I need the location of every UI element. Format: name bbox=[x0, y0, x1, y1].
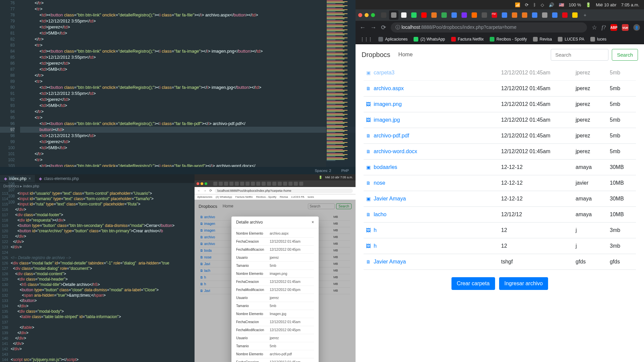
file-name-link[interactable]: 🖼h bbox=[366, 243, 501, 249]
file-name-link[interactable]: ▣carpeta3 bbox=[366, 70, 501, 76]
bookmark-item[interactable]: Recibos - Spotify bbox=[490, 37, 527, 42]
editor-status-bar: Spaces: 2 PHP bbox=[0, 167, 356, 174]
forward-icon[interactable]: → bbox=[203, 189, 207, 192]
folder-icon: ▣ bbox=[366, 165, 371, 170]
file-name-link[interactable]: 🗎nose bbox=[366, 180, 501, 186]
browser-tab-active[interactable] bbox=[389, 10, 398, 20]
browser-tab[interactable] bbox=[570, 10, 580, 20]
browser-tab[interactable] bbox=[550, 10, 559, 20]
file-row: 🗎Javier Amayatshgfgfdsgfds bbox=[364, 254, 636, 270]
modal-body: Nombre Elementoarchivo.aspxFechaCreacion… bbox=[231, 228, 319, 362]
close-icon[interactable]: × bbox=[312, 220, 314, 225]
mini-bookmarks: Aplicaciones(2) WhatsAppFactura NetflixR… bbox=[195, 194, 356, 200]
file-row: 🖼h12j3mb bbox=[364, 238, 636, 254]
file-row: ▣carpeta312/12/2012 01:45amjperez5mb bbox=[364, 65, 636, 81]
avatar-icon[interactable]: 👤 bbox=[633, 24, 640, 31]
file-icon: 🗎 bbox=[366, 259, 371, 264]
apps-icon[interactable]: ⋮⋮⋮ bbox=[360, 37, 372, 42]
bookmark-item[interactable]: Revisa bbox=[533, 37, 552, 42]
file-name-link[interactable]: 🗎lacho bbox=[366, 212, 501, 218]
minimap[interactable] bbox=[326, 0, 356, 174]
breadcrumb[interactable]: Dropbocs ▸ index.php bbox=[0, 183, 195, 189]
file-name-link[interactable]: ▣Javier Amaya bbox=[366, 196, 501, 202]
mini-mac-menubar: 🔋Mié 10 abr 7:05 a.m. bbox=[195, 174, 356, 180]
app-navbar: Dropbocs Home Search bbox=[356, 44, 644, 65]
search-input[interactable] bbox=[551, 49, 608, 61]
url-input[interactable]: ⓘ localhost:8888/Poo/dropbocs/index.php?… bbox=[391, 22, 587, 33]
ext-icon[interactable]: vue bbox=[622, 24, 629, 31]
editor-tab[interactable]: ◆ class-elemento.php bbox=[35, 175, 83, 182]
nav-home[interactable]: Home bbox=[398, 52, 413, 58]
app-brand[interactable]: Dropbocs bbox=[362, 51, 390, 59]
browser-tab[interactable] bbox=[500, 10, 509, 20]
mini-url[interactable]: localhost:8888/Poo/dropbocs/index.php?ca… bbox=[215, 188, 353, 193]
file-date: 12-12-12 bbox=[501, 196, 576, 202]
file-date: 12/12/2012 01:45am bbox=[501, 101, 576, 107]
file-name-link[interactable]: 🗎archivo.aspx bbox=[366, 85, 501, 92]
bookmark-item[interactable]: Factura Netflix bbox=[451, 37, 484, 42]
file-name-link[interactable]: 🖼h bbox=[366, 227, 501, 233]
time-text: 7:05 a.m. bbox=[621, 2, 639, 7]
code-body[interactable]: 113 <input id="usuario" type="text" clas… bbox=[0, 189, 195, 362]
browser-tab[interactable] bbox=[510, 10, 519, 20]
file-name-link[interactable]: 🗎archivo-word.docx bbox=[366, 148, 501, 155]
mini-address-bar[interactable]: ← → ⟳ localhost:8888/Poo/dropbocs/index.… bbox=[195, 187, 356, 194]
volume-icon: 🔊 bbox=[549, 2, 554, 7]
bookmark-item[interactable]: luces bbox=[590, 37, 606, 42]
file-name-link[interactable]: 🗎archivo-pdf.pdf bbox=[366, 133, 501, 139]
code-body[interactable]: </tr> <tr> <td><button class="btn btn-li… bbox=[18, 0, 356, 174]
browser-tab[interactable] bbox=[480, 10, 489, 20]
browser-tab[interactable] bbox=[460, 10, 469, 20]
file-size: 5mb bbox=[610, 133, 634, 139]
browser-tab[interactable] bbox=[520, 10, 529, 20]
file-name-link[interactable]: 🖼imagen.jpg bbox=[366, 117, 501, 123]
browser-tab[interactable] bbox=[419, 10, 429, 20]
search-button[interactable]: Search bbox=[612, 49, 638, 61]
browser-tab[interactable] bbox=[449, 10, 459, 20]
browser-tab[interactable] bbox=[470, 10, 479, 20]
browser-tab[interactable] bbox=[439, 10, 449, 20]
file-size: 5mb bbox=[610, 85, 634, 92]
file-date: 12 bbox=[501, 227, 576, 233]
file-user: javier bbox=[576, 180, 610, 186]
new-tab-button[interactable]: + bbox=[580, 10, 590, 20]
status-spaces[interactable]: Spaces: 2 bbox=[315, 169, 331, 173]
file-row: 🖼imagen.jpg12/12/2012 01:45amjperez5mb bbox=[364, 112, 636, 128]
browser-tab[interactable] bbox=[379, 10, 388, 20]
status-lang[interactable]: PHP bbox=[341, 169, 349, 173]
bookmark-item[interactable]: Aplicaciones bbox=[378, 37, 408, 42]
back-icon[interactable]: ← bbox=[360, 24, 366, 31]
modal-title: Detalle archivo bbox=[236, 220, 263, 225]
crear-carpeta-button[interactable]: Crear carpeta bbox=[451, 277, 495, 290]
bookmark-item[interactable]: (2) WhatsApp bbox=[414, 37, 445, 42]
browser-tab[interactable] bbox=[429, 10, 439, 20]
browser-tab[interactable] bbox=[560, 10, 570, 20]
star-icon[interactable]: ☆ bbox=[592, 24, 597, 31]
folder-icon: ▣ bbox=[366, 70, 371, 75]
file-date: 12/12/12 bbox=[501, 212, 576, 218]
file-user: jperez bbox=[576, 70, 610, 76]
window-controls[interactable] bbox=[358, 13, 375, 17]
browser-tab[interactable]: FM bbox=[490, 10, 499, 20]
reload-icon[interactable]: ⟳ bbox=[209, 189, 212, 192]
file-size: 3mb bbox=[610, 243, 634, 249]
file-row: ▣Javier Amaya12-12-12amaya30MB bbox=[364, 191, 636, 207]
browser-tab[interactable] bbox=[530, 10, 539, 20]
ext-icon[interactable]: f? bbox=[602, 24, 606, 31]
battery-icon: 🔋 bbox=[586, 2, 591, 7]
abp-ext-icon[interactable]: ABP bbox=[610, 24, 617, 31]
forward-icon[interactable]: → bbox=[370, 24, 376, 31]
browser-tab[interactable] bbox=[399, 10, 409, 20]
file-date: 12/12/2012 01:45am bbox=[501, 133, 576, 139]
file-name-link[interactable]: ▣bodaarles bbox=[366, 164, 501, 170]
browser-tab[interactable] bbox=[409, 10, 419, 20]
file-name-link[interactable]: 🖼imagen.png bbox=[366, 101, 501, 107]
bluetooth-icon: ᛒ bbox=[533, 2, 536, 7]
file-name-link[interactable]: 🗎Javier Amaya bbox=[366, 259, 501, 265]
reload-icon[interactable]: ⟳ bbox=[381, 24, 386, 31]
bookmark-item[interactable]: LUCES PA bbox=[558, 37, 584, 42]
ingresar-archivo-button[interactable]: Ingresar archivo bbox=[499, 277, 548, 290]
browser-tab[interactable] bbox=[540, 10, 549, 20]
file-size: gfds bbox=[610, 259, 634, 265]
back-icon[interactable]: ← bbox=[197, 189, 201, 192]
